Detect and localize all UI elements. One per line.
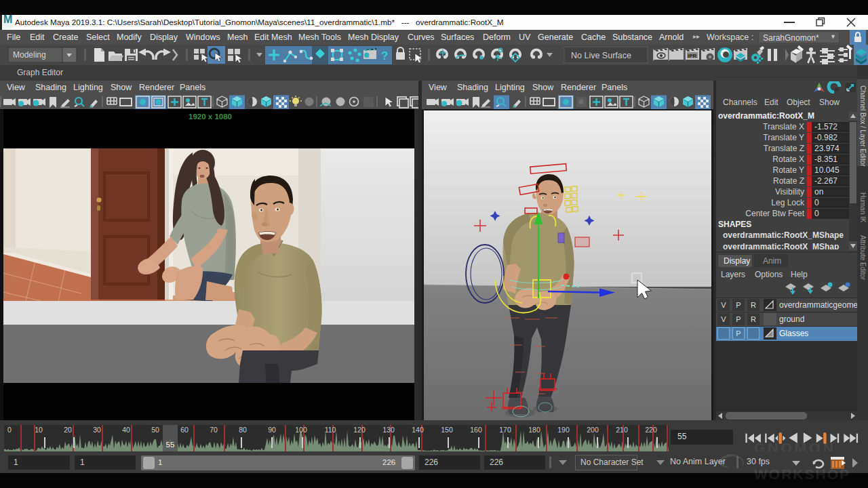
svg-text:160: 160 — [470, 426, 482, 434]
svg-text:140: 140 — [412, 426, 424, 434]
svg-text:0: 0 — [7, 426, 12, 434]
svg-text:No Live Surface: No Live Surface — [571, 51, 631, 60]
svg-text:100: 100 — [295, 426, 307, 434]
svg-text:Modeling: Modeling — [13, 50, 46, 60]
svg-text:150: 150 — [441, 426, 453, 434]
svg-text:55: 55 — [166, 441, 175, 449]
svg-text:?: ? — [381, 49, 388, 62]
svg-text:170: 170 — [499, 426, 511, 434]
svg-text:40: 40 — [122, 426, 130, 434]
svg-text:220: 220 — [645, 426, 657, 434]
svg-text:180: 180 — [528, 426, 540, 434]
svg-text:190: 190 — [557, 426, 570, 434]
svg-text:130: 130 — [382, 426, 395, 434]
svg-text:10: 10 — [35, 426, 43, 434]
svg-text:60: 60 — [180, 426, 189, 434]
svg-text:90: 90 — [268, 426, 276, 434]
svg-text:200: 200 — [587, 426, 599, 434]
svg-text:20: 20 — [64, 426, 72, 434]
svg-text:50: 50 — [151, 426, 159, 434]
svg-text:70: 70 — [210, 426, 218, 434]
svg-text:210: 210 — [616, 426, 628, 434]
svg-text:1920 x 1080: 1920 x 1080 — [189, 113, 232, 121]
svg-text:110: 110 — [325, 426, 336, 434]
svg-text:120: 120 — [353, 426, 366, 434]
svg-text:80: 80 — [239, 426, 247, 434]
svg-text:30: 30 — [93, 426, 101, 434]
svg-text:IPR: IPR — [688, 53, 697, 59]
